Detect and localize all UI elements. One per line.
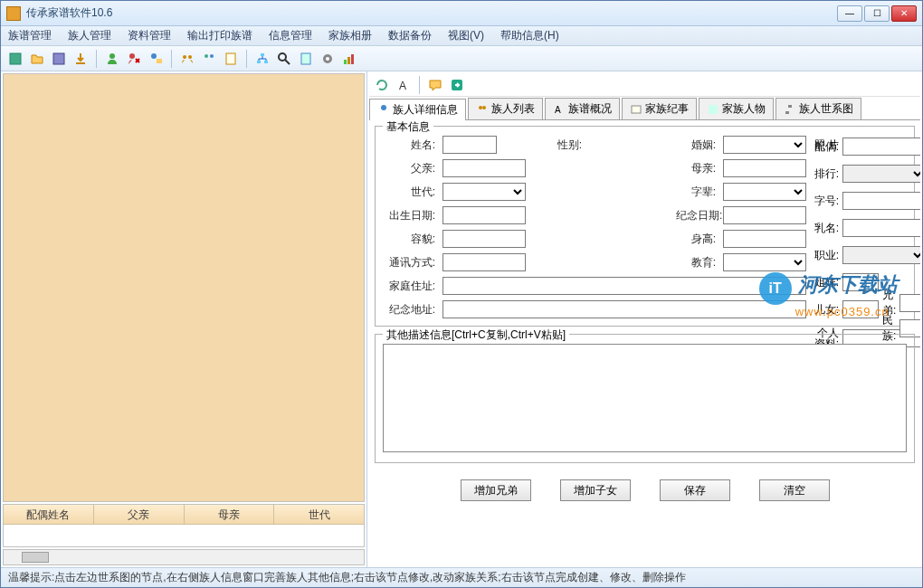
input-milkname[interactable] xyxy=(842,219,920,237)
select-zibei[interactable] xyxy=(723,183,806,201)
col-spouse[interactable]: 配偶姓名 xyxy=(4,505,94,524)
menu-genealogy[interactable]: 族谱管理 xyxy=(8,28,52,43)
input-name[interactable] xyxy=(442,136,497,154)
add-child-button[interactable]: 增加子女 xyxy=(560,479,631,501)
settings-icon[interactable] xyxy=(319,50,337,68)
person-delete-icon[interactable] xyxy=(125,50,143,68)
person-icon[interactable] xyxy=(103,50,121,68)
svg-point-17 xyxy=(326,57,329,61)
horizontal-scrollbar[interactable] xyxy=(3,549,365,565)
save-button[interactable]: 保存 xyxy=(660,479,730,501)
family-tree-area[interactable] xyxy=(3,73,365,502)
input-contact[interactable] xyxy=(442,253,526,271)
input-appearance[interactable] xyxy=(442,230,526,248)
scroll-icon[interactable] xyxy=(222,50,240,68)
svg-point-14 xyxy=(279,53,286,61)
maximize-button[interactable]: ☐ xyxy=(864,5,890,22)
select-education[interactable] xyxy=(723,253,806,271)
app-icon xyxy=(6,6,21,21)
select-generation[interactable] xyxy=(442,183,526,201)
label-rank: 排行: xyxy=(801,166,839,182)
input-father[interactable] xyxy=(442,159,526,177)
tabs: 族人详细信息 族人列表 A族谱概况 家族纪事 家族人物 族人世系图 xyxy=(369,99,920,120)
label-height: 身高: xyxy=(676,232,719,247)
input-children[interactable] xyxy=(842,300,879,318)
input-spouse[interactable] xyxy=(842,138,920,156)
svg-point-25 xyxy=(482,106,486,109)
menu-materials[interactable]: 资料管理 xyxy=(128,28,171,43)
svg-point-24 xyxy=(479,106,482,109)
people-icon[interactable] xyxy=(200,50,218,68)
download-icon[interactable] xyxy=(71,50,90,68)
menu-album[interactable]: 家族相册 xyxy=(328,28,372,43)
menu-backup[interactable]: 数据备份 xyxy=(388,28,432,43)
input-memorial-addr[interactable] xyxy=(442,300,806,318)
description-textarea[interactable] xyxy=(383,344,907,452)
label-marriage: 婚姻: xyxy=(676,138,719,153)
input-zihao[interactable] xyxy=(842,192,920,210)
refresh-icon[interactable] xyxy=(373,76,391,94)
menu-view[interactable]: 视图(V) xyxy=(448,28,484,43)
menu-help[interactable]: 帮助信息(H) xyxy=(500,28,559,43)
tab-overview[interactable]: A族谱概况 xyxy=(545,98,620,119)
menu-print[interactable]: 输出打印族谱 xyxy=(187,28,252,43)
input-mother[interactable] xyxy=(723,159,806,177)
book-icon[interactable] xyxy=(6,50,24,68)
menu-info[interactable]: 信息管理 xyxy=(269,28,312,43)
group-icon[interactable] xyxy=(178,50,196,68)
label-contact: 通讯方式: xyxy=(383,255,439,270)
label-spouse: 配偶: xyxy=(801,139,839,155)
chart-icon[interactable] xyxy=(340,50,358,68)
close-button[interactable]: ✕ xyxy=(891,5,917,22)
svg-text:A: A xyxy=(399,80,406,92)
label-memorial-addr: 纪念地址: xyxy=(383,302,439,318)
statusbar: 温馨提示:点击左边世系图的节点,在右侧族人信息窗口完善族人其他信息;右击该节点修… xyxy=(1,567,922,587)
svg-rect-18 xyxy=(344,60,347,64)
svg-point-3 xyxy=(129,53,135,59)
input-memorial[interactable] xyxy=(723,206,806,224)
label-generation: 世代: xyxy=(383,185,439,200)
label-appearance: 容貌: xyxy=(383,232,439,247)
label-milkname: 乳名: xyxy=(801,221,839,236)
right-toolbar: A xyxy=(369,73,920,97)
font-icon[interactable]: A xyxy=(395,76,413,94)
input-birth[interactable] xyxy=(442,206,526,224)
col-mother[interactable]: 母亲 xyxy=(185,505,275,524)
report-icon[interactable] xyxy=(297,50,315,68)
label-zihao: 字号: xyxy=(801,194,839,209)
save-icon[interactable] xyxy=(50,50,68,68)
select-occupation[interactable] xyxy=(842,246,920,264)
desc-legend: 其他描述信息[Ctrl+C复制,Ctrl+V粘贴] xyxy=(383,327,569,343)
open-icon[interactable] xyxy=(28,50,46,68)
input-address[interactable] xyxy=(442,277,806,295)
add-sibling-button[interactable]: 增加兄弟 xyxy=(461,479,531,501)
menu-members[interactable]: 族人管理 xyxy=(68,28,111,43)
tree-icon[interactable] xyxy=(253,50,271,68)
label-zibei: 字辈: xyxy=(676,185,719,200)
tab-detail[interactable]: 族人详细信息 xyxy=(369,99,466,120)
clear-button[interactable]: 清空 xyxy=(759,479,830,501)
col-father[interactable]: 父亲 xyxy=(94,505,185,524)
svg-rect-0 xyxy=(10,53,21,64)
minimize-button[interactable]: — xyxy=(837,5,862,22)
person-edit-icon[interactable] xyxy=(147,50,165,68)
input-height[interactable] xyxy=(723,230,806,248)
input-brothers[interactable] xyxy=(899,294,920,312)
button-row: 增加兄弟 增加子女 保存 清空 xyxy=(375,470,915,507)
tab-persons[interactable]: 家族人物 xyxy=(699,98,774,119)
export-icon[interactable] xyxy=(448,76,466,94)
select-marriage[interactable] xyxy=(723,136,806,154)
svg-point-23 xyxy=(381,105,386,110)
input-sisters[interactable] xyxy=(842,273,879,291)
col-generation[interactable]: 世代 xyxy=(274,505,364,524)
tab-list[interactable]: 族人列表 xyxy=(468,98,543,119)
search-icon[interactable] xyxy=(275,50,293,68)
comment-icon[interactable] xyxy=(426,76,444,94)
svg-rect-10 xyxy=(226,53,235,64)
select-rank[interactable] xyxy=(842,165,920,183)
tab-events[interactable]: 家族纪事 xyxy=(622,98,697,119)
toolbar xyxy=(1,46,922,71)
menubar: 族谱管理 族人管理 资料管理 输出打印族谱 信息管理 家族相册 数据备份 视图(… xyxy=(1,26,922,46)
label-education: 教育: xyxy=(676,255,719,270)
tab-lineage[interactable]: 族人世系图 xyxy=(776,98,861,119)
